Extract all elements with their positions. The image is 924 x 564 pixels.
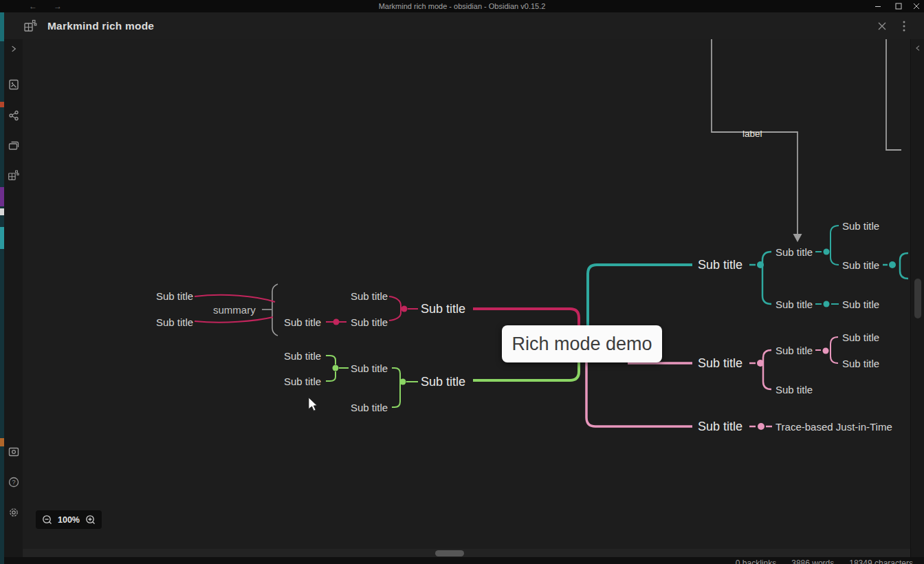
- close-pane-icon[interactable]: [877, 21, 887, 31]
- graph-icon: [8, 109, 20, 122]
- mindmap-node[interactable]: Sub title: [698, 356, 742, 371]
- svg-text:?: ?: [12, 479, 15, 486]
- mindmap-node[interactable]: Trace-based Just-in-Time: [776, 421, 892, 433]
- expand-sidebar-button[interactable]: [8, 43, 20, 55]
- ribbon-image-note-button[interactable]: [8, 78, 20, 91]
- grid-dots-icon: [8, 169, 20, 182]
- ribbon-cards-button[interactable]: [8, 140, 20, 152]
- mindmap-node[interactable]: Sub title: [156, 316, 193, 328]
- horizontal-scrollbar-thumb[interactable]: [435, 550, 464, 556]
- view-title: Markmind rich mode: [47, 20, 154, 32]
- close-window-button[interactable]: [906, 0, 924, 12]
- vault-switcher-button[interactable]: [8, 446, 20, 458]
- zoom-out-icon: [42, 514, 52, 525]
- mindmap-node[interactable]: Sub title: [421, 375, 465, 389]
- mindmap-node[interactable]: Sub title: [421, 302, 465, 316]
- status-item: 3886 words: [791, 558, 834, 564]
- zoom-in-button[interactable]: [85, 514, 96, 525]
- mindmap-node[interactable]: Sub title: [842, 358, 879, 369]
- mindmap-node[interactable]: Sub title: [156, 290, 193, 302]
- more-options-icon[interactable]: [902, 20, 906, 32]
- zoom-in-icon: [85, 514, 96, 525]
- mindmap-node[interactable]: Sub title: [351, 362, 388, 374]
- mindmap-node[interactable]: Sub title: [842, 220, 879, 232]
- mindmap-edge-label[interactable]: label: [742, 129, 762, 139]
- ribbon-graph-button[interactable]: [8, 109, 20, 122]
- zoom-level: 100%: [58, 515, 80, 525]
- mindmap-node[interactable]: Sub title: [698, 420, 742, 434]
- mindmap-node[interactable]: Sub title: [284, 376, 321, 387]
- mindmap-node[interactable]: Sub title: [776, 345, 813, 356]
- mindmap-node[interactable]: Sub title: [776, 246, 813, 258]
- chevron-left-icon: [914, 43, 922, 53]
- obsidian-window: ← → Markmind rich mode - obsidian - Obsi…: [0, 0, 924, 564]
- right-rail: [910, 39, 924, 558]
- mindmap-node[interactable]: Sub title: [776, 299, 813, 310]
- titlebar: ← → Markmind rich mode - obsidian - Obsi…: [0, 0, 924, 12]
- mindmap-node[interactable]: Sub title: [351, 316, 388, 328]
- ribbon-markmind-button[interactable]: [8, 169, 20, 182]
- window-title: Markmind rich mode - obsidian - Obsidian…: [0, 2, 924, 10]
- mindmap-node[interactable]: Sub title: [284, 350, 321, 362]
- mindmap-node[interactable]: Sub title: [842, 259, 879, 271]
- cards-icon: [8, 140, 20, 152]
- status-item: 0 backlinks: [736, 558, 776, 564]
- minimize-button[interactable]: [868, 0, 888, 12]
- chevron-right-icon: [9, 44, 19, 54]
- mindmap-canvas[interactable]: Sub titleSub titlesummarySub titleSub ti…: [23, 39, 910, 558]
- minimize-icon: [874, 3, 881, 10]
- mindmap-node[interactable]: Sub title: [698, 258, 742, 272]
- image-note-icon: [8, 78, 20, 91]
- zoom-control: 100%: [36, 510, 102, 529]
- status-item: 18349 characters: [849, 558, 913, 564]
- mindmap-node[interactable]: Sub title: [351, 290, 388, 302]
- mindmap-node[interactable]: Sub title: [351, 402, 388, 413]
- mindmap-summary-label[interactable]: summary: [213, 304, 256, 316]
- status-bar: 0 backlinks3886 words18349 characters: [4, 557, 924, 564]
- mindmap-node-layer: Sub titleSub titlesummarySub titleSub ti…: [23, 39, 910, 558]
- mindmap-node[interactable]: Sub title: [842, 332, 879, 343]
- gear-icon: [8, 506, 20, 519]
- help-button[interactable]: ?: [8, 476, 20, 488]
- view-header: Markmind rich mode: [4, 12, 924, 41]
- zoom-out-button[interactable]: [42, 514, 52, 525]
- left-ribbon: ?: [4, 39, 23, 558]
- mindmap-root-node[interactable]: Rich mode demo: [502, 325, 662, 362]
- mindmap-node[interactable]: Sub title: [776, 384, 813, 395]
- mindmap-node[interactable]: Sub title: [284, 316, 321, 328]
- close-icon: [913, 3, 920, 10]
- maximize-icon: [895, 3, 902, 10]
- vertical-scrollbar-thumb[interactable]: [914, 279, 921, 318]
- help-icon: ?: [8, 476, 20, 488]
- vault-icon: [8, 446, 20, 458]
- expand-right-sidebar-button[interactable]: [914, 43, 922, 53]
- mindmap-node[interactable]: Sub title: [842, 299, 879, 310]
- markmind-icon: [23, 19, 38, 33]
- settings-button[interactable]: [8, 506, 20, 519]
